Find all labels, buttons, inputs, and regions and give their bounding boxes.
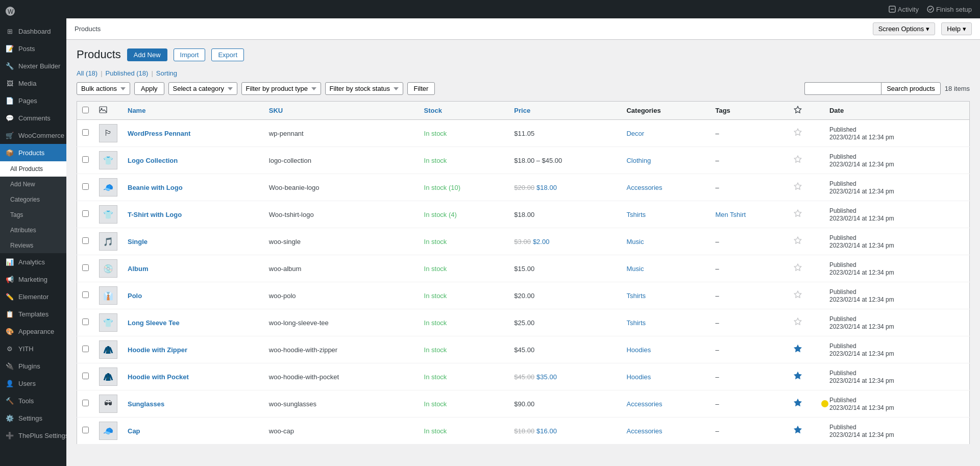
activity-button[interactable]: Activity: [889, 6, 919, 13]
category-link[interactable]: Hoodies: [626, 373, 651, 381]
sidebar-item-pages[interactable]: 📄 Pages: [0, 92, 66, 109]
export-button[interactable]: Export: [211, 48, 244, 61]
screen-options-button[interactable]: Screen Options ▾: [873, 22, 936, 35]
category-link[interactable]: Accessories: [626, 184, 662, 191]
featured-star-button[interactable]: [794, 236, 802, 247]
filter-link-published[interactable]: Published (18): [106, 69, 149, 77]
product-name-link[interactable]: T-Shirt with Logo: [128, 211, 182, 218]
name-col-header[interactable]: Name: [122, 102, 264, 120]
sidebar-item-media[interactable]: 🖼 Media: [0, 75, 66, 92]
featured-star-button[interactable]: [794, 345, 802, 355]
filter-button[interactable]: Filter: [407, 82, 435, 95]
sidebar-subitem-attributes[interactable]: Attributes: [0, 223, 66, 238]
category-link[interactable]: Accessories: [626, 427, 662, 435]
category-link[interactable]: Hoodies: [626, 346, 651, 354]
sidebar-item-comments[interactable]: 💬 Comments: [0, 109, 66, 127]
help-button[interactable]: Help ▾: [941, 22, 972, 35]
product-name-link[interactable]: Long Sleeve Tee: [128, 319, 180, 327]
category-filter-select[interactable]: Select a category: [168, 82, 237, 95]
sidebar-subitem-reviews[interactable]: Reviews: [0, 238, 66, 253]
featured-star-button[interactable]: [794, 399, 802, 409]
sidebar-item-nexter[interactable]: 🔧 Nexter Builder: [0, 57, 66, 75]
sidebar-item-settings[interactable]: ⚙️ Settings: [0, 409, 66, 427]
category-link[interactable]: Accessories: [626, 400, 662, 408]
category-link[interactable]: Music: [626, 238, 644, 246]
row-checkbox[interactable]: [82, 427, 89, 433]
search-button[interactable]: Search products: [881, 82, 941, 95]
featured-star-button[interactable]: [794, 317, 802, 328]
sidebar-item-tools[interactable]: 🔨 Tools: [0, 392, 66, 409]
row-checkbox[interactable]: [82, 264, 89, 271]
row-checkbox[interactable]: [82, 318, 89, 325]
finish-setup-button[interactable]: Finish setup: [927, 6, 972, 13]
sidebar-subitem-tags[interactable]: Tags: [0, 207, 66, 223]
sidebar-item-elementor[interactable]: ✏️ Elementor: [0, 288, 66, 305]
sidebar-item-posts[interactable]: 📝 Posts: [0, 40, 66, 57]
apply-button[interactable]: Apply: [134, 82, 164, 95]
category-link[interactable]: Clothing: [626, 157, 651, 164]
row-checkbox[interactable]: [82, 291, 89, 298]
row-checkbox[interactable]: [82, 129, 89, 136]
bulk-actions-select[interactable]: Bulk actions: [77, 82, 130, 95]
product-tags: –: [710, 120, 789, 147]
row-checkbox[interactable]: [82, 346, 89, 352]
sidebar-item-analytics[interactable]: 📊 Analytics: [0, 253, 66, 271]
product-name-link[interactable]: Cap: [128, 427, 140, 435]
sidebar-subitem-all-products[interactable]: All Products: [0, 161, 66, 177]
sidebar-item-theplus[interactable]: ➕ ThePlus Settings: [0, 427, 66, 444]
import-button[interactable]: Import: [174, 48, 206, 61]
product-name-link[interactable]: Logo Collection: [128, 157, 178, 164]
row-checkbox[interactable]: [82, 183, 89, 190]
featured-star-button[interactable]: [794, 290, 802, 301]
product-name-link[interactable]: Hoodie with Pocket: [128, 373, 189, 381]
sidebar-item-products[interactable]: 📦 Products: [0, 144, 66, 161]
sku-col-header[interactable]: SKU: [264, 102, 419, 120]
row-checkbox[interactable]: [82, 373, 89, 379]
sidebar-item-plugins[interactable]: 🔌 Plugins: [0, 357, 66, 375]
featured-star-button[interactable]: [794, 426, 802, 436]
sidebar-subitem-add-new[interactable]: Add New: [0, 177, 66, 192]
category-link[interactable]: Decor: [626, 130, 644, 137]
sidebar-item-appearance[interactable]: 🎨 Appearance: [0, 323, 66, 340]
sidebar-subitem-categories[interactable]: Categories: [0, 192, 66, 207]
sidebar-item-yith[interactable]: ⚙ YITH: [0, 340, 66, 357]
row-checkbox[interactable]: [82, 156, 89, 163]
product-name-link[interactable]: Hoodie with Zipper: [128, 346, 187, 354]
row-checkbox[interactable]: [82, 237, 89, 244]
select-all-checkbox[interactable]: [82, 107, 89, 113]
sidebar-item-marketing[interactable]: 📢 Marketing: [0, 271, 66, 288]
product-name-link[interactable]: Album: [128, 265, 148, 273]
sidebar-item-dashboard[interactable]: ⊞ Dashboard: [0, 22, 66, 40]
product-name-link[interactable]: Beanie with Logo: [128, 184, 183, 191]
product-name-link[interactable]: Sunglasses: [128, 400, 164, 408]
stock-status-filter-select[interactable]: Filter by stock status: [325, 82, 403, 95]
featured-star-button[interactable]: [794, 263, 802, 274]
filter-link-sorting[interactable]: Sorting: [156, 69, 177, 77]
category-link[interactable]: Tshirts: [626, 319, 646, 327]
product-name-link[interactable]: Single: [128, 238, 148, 246]
image-col-header: [94, 102, 122, 120]
sidebar-item-users[interactable]: 👤 Users: [0, 375, 66, 392]
add-new-button[interactable]: Add New: [127, 48, 167, 61]
sidebar-item-woocommerce[interactable]: 🛒 WooCommerce: [0, 127, 66, 144]
row-checkbox[interactable]: [82, 400, 89, 406]
category-link[interactable]: Music: [626, 265, 644, 273]
featured-star-button[interactable]: [794, 128, 802, 138]
category-link[interactable]: Tshirts: [626, 211, 646, 218]
stock-col-header[interactable]: Stock: [419, 102, 509, 120]
regular-price: $3.00: [514, 238, 531, 246]
product-type-filter-select[interactable]: Filter by product type: [241, 82, 321, 95]
featured-star-button[interactable]: [794, 155, 802, 165]
featured-star-button[interactable]: [794, 372, 802, 382]
featured-star-button[interactable]: [794, 182, 802, 192]
tag-link[interactable]: Men Tshirt: [715, 211, 746, 218]
price-col-header[interactable]: Price: [509, 102, 621, 120]
category-link[interactable]: Tshirts: [626, 292, 646, 300]
filter-link-all[interactable]: All (18): [77, 69, 97, 77]
product-name-link[interactable]: Polo: [128, 292, 142, 300]
product-name-link[interactable]: WordPress Pennant: [128, 130, 190, 137]
search-input[interactable]: [804, 82, 881, 95]
sidebar-item-templates[interactable]: 📋 Templates: [0, 305, 66, 323]
featured-star-button[interactable]: [794, 209, 802, 219]
row-checkbox[interactable]: [82, 210, 89, 217]
